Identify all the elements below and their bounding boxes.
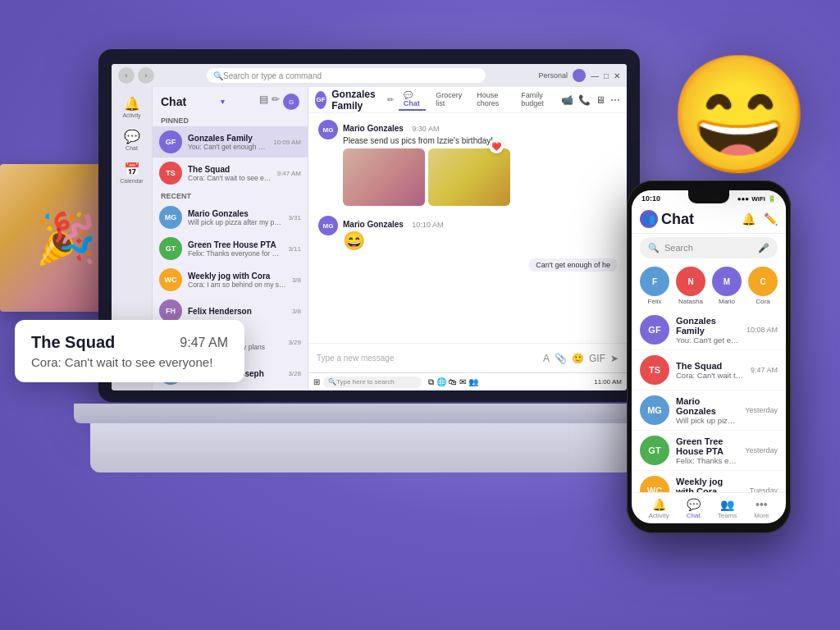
tab-budget[interactable]: Family budget <box>516 89 556 111</box>
chat-item-msg-gonzales: You: Can't get enough of her! <box>188 143 267 151</box>
chat-item-squad[interactable]: TS The Squad Cora: Can't wait to see eve… <box>153 158 308 189</box>
phone-nav-more[interactable]: ••• More <box>754 498 769 519</box>
phone-chat-msg-mario: Will pick up pizza after my practice. <box>676 416 738 425</box>
titlebar-search[interactable]: 🔍 Search or type a command <box>207 68 486 83</box>
video-call-icon[interactable]: 📹 <box>561 94 573 106</box>
notification-message: Cora: Can't wait to see everyone! <box>31 355 228 369</box>
quick-contact-mario[interactable]: M Mario <box>712 267 742 305</box>
taskbar-search[interactable]: 🔍 Type here to search <box>323 377 422 388</box>
quick-contact-cora[interactable]: C Cora <box>748 267 778 305</box>
sidebar-activity-label: Activity <box>122 112 140 118</box>
activity-icon: 🔔 <box>124 96 140 112</box>
more-options-icon[interactable]: ⋯ <box>610 94 620 106</box>
chat-item-msg-jog: Cora: I am so behind on my step goals. <box>188 281 286 289</box>
msg-time-1: 9:30 AM <box>412 125 439 133</box>
mail-icon[interactable]: ✉ <box>459 377 466 387</box>
phone-bell-icon[interactable]: 🔔 <box>742 212 756 226</box>
titlebar-fwd-btn[interactable]: › <box>138 67 154 84</box>
chat-main-avatar: GF <box>315 91 326 109</box>
phone-frame: 10:10 ●●● WiFi 🔋 👥 Chat <box>627 180 791 533</box>
phone-more-label: More <box>754 512 769 519</box>
phone-search[interactable]: 🔍 Search 🎤 <box>640 237 778 258</box>
phone-chat-item-mario[interactable]: MG Mario Gonzales Will pick up pizza aft… <box>632 390 786 431</box>
edge-icon[interactable]: 🌐 <box>436 377 446 387</box>
phone-nav-teams[interactable]: 👥 Teams <box>718 498 737 519</box>
chat-item-time-felix: 3/8 <box>292 308 301 315</box>
sidebar-item-calendar[interactable]: 📅 Calendar <box>119 159 145 185</box>
quick-contact-natasha[interactable]: N Natasha <box>676 267 705 305</box>
phone-status-right: ●●● WiFi 🔋 <box>737 195 776 203</box>
minimize-icon[interactable]: — <box>591 71 599 80</box>
calendar-icon: 📅 <box>124 162 140 177</box>
phone-chat-item-pta[interactable]: GT Green Tree House PTA Felix: Thanks ev… <box>632 431 786 471</box>
filter-icon[interactable]: ▤ <box>259 94 268 110</box>
send-icon[interactable]: ➤ <box>610 353 619 364</box>
quick-contact-mario-avatar: M <box>712 267 742 296</box>
phone-chat-msg-pta: Felix: Thanks everyone for attending... <box>676 456 738 465</box>
compose-icon[interactable]: ✏ <box>272 94 280 110</box>
phone-chat-avatar-gonzales: GF <box>640 315 669 345</box>
chat-item-jog[interactable]: WC Weekly jog with Cora Cora: I am so be… <box>153 264 308 295</box>
chat-item-name-squad: The Squad <box>188 165 272 174</box>
tab-chores[interactable]: House chores <box>472 89 511 111</box>
phone: 10:10 ●●● WiFi 🔋 👥 Chat <box>627 180 791 533</box>
emoji-picker-icon[interactable]: 🙂 <box>572 353 584 364</box>
edit-group-icon[interactable]: ✏ <box>387 95 394 104</box>
message-row-2: MG Mario Gonzales 10:10 AM 😄 <box>318 216 617 252</box>
wifi-icon: WiFi <box>751 195 765 203</box>
sidebar-item-activity[interactable]: 🔔 Activity <box>119 94 145 120</box>
taskbar-icons: ⧉ 🌐 🛍 ✉ 👥 <box>428 377 478 387</box>
audio-call-icon[interactable]: 📞 <box>578 94 591 106</box>
quick-contact-mario-name: Mario <box>719 298 735 305</box>
task-view-icon[interactable]: ⧉ <box>428 377 434 387</box>
tab-grocery[interactable]: Grocery list <box>431 89 467 111</box>
chat-item-pta[interactable]: GT Green Tree House PTA Felix: Thanks ev… <box>153 233 308 264</box>
emoji-balloon: 😄 <box>668 49 799 180</box>
phone-compose-icon[interactable]: ✏️ <box>764 212 778 226</box>
maximize-icon[interactable]: □ <box>604 71 609 80</box>
tab-chat[interactable]: 💬Chat <box>399 89 426 111</box>
sidebar-item-chat[interactable]: 💬 Chat <box>119 126 145 153</box>
phone-chat-info-gonzales: Gonzales Family You: Can't get enough of… <box>676 316 740 345</box>
chat-input-placeholder[interactable]: Type a new message <box>317 354 538 363</box>
screen-share-icon[interactable]: 🖥 <box>596 94 605 106</box>
phone-chat-avatar-squad: TS <box>640 355 669 385</box>
birthday-photo-1 <box>343 148 425 206</box>
msg-content-1: Mario Gonzales 9:30 AM Please send us pi… <box>343 120 617 209</box>
quick-contact-felix[interactable]: F Felix <box>640 267 669 305</box>
titlebar-back-btn[interactable]: ‹ <box>118 67 135 84</box>
chat-item-name-gonzales: Gonzales Family <box>188 134 267 143</box>
attach-icon[interactable]: 📎 <box>555 353 567 364</box>
close-icon[interactable]: ✕ <box>614 71 620 80</box>
phone-chat-item-squad[interactable]: TS The Squad Cora: Can't wait to see eve… <box>632 350 786 390</box>
phone-voice-search-icon[interactable]: 🎤 <box>758 243 769 253</box>
phone-chat-avatar-jog: WC <box>640 476 669 492</box>
phone-chat-info-jog: Weekly jog with Cora I'm so behind on my… <box>676 477 743 493</box>
laptop-keyboard <box>90 423 648 472</box>
phone-chat-item-gonzales[interactable]: GF Gonzales Family You: Can't get enough… <box>632 310 786 350</box>
phone-nav-activity[interactable]: 🔔 Activity <box>648 498 669 519</box>
phone-chat-name-gonzales: Gonzales Family <box>676 316 740 336</box>
gif-icon[interactable]: GIF <box>589 353 605 364</box>
phone-chat-time-squad: 9:47 AM <box>751 366 778 374</box>
signal-icon: ●●● <box>737 195 750 203</box>
phone-nav-chat[interactable]: 💬 Chat <box>687 498 701 519</box>
photo-grid <box>343 148 510 206</box>
teams-titlebar: ‹ › 🔍 Search or type a command Personal … <box>112 64 627 87</box>
phone-activity-label: Activity <box>648 512 669 519</box>
chat-item-info-mario: Mario Gonzales Will pick up pizza after … <box>188 209 282 226</box>
chat-item-name-mario: Mario Gonzales <box>188 209 282 218</box>
phone-chat-item-jog[interactable]: WC Weekly jog with Cora I'm so behind on… <box>632 471 786 492</box>
phone-chat-info-pta: Green Tree House PTA Felix: Thanks every… <box>676 436 738 465</box>
chat-item-gonzales-family[interactable]: GF Gonzales Family You: Can't get enough… <box>153 126 308 158</box>
store-icon[interactable]: 🛍 <box>449 377 457 387</box>
phone-chat-info-squad: The Squad Cora: Can't wait to see everyo… <box>676 361 744 380</box>
chat-item-msg-mario: Will pick up pizza after my practice. <box>188 218 282 226</box>
chat-item-mario[interactable]: MG Mario Gonzales Will pick up pizza aft… <box>153 202 308 233</box>
user-avatar-small: G <box>283 94 299 110</box>
message-row-1: MG Mario Gonzales 9:30 AM Please send us… <box>318 120 617 209</box>
format-icon[interactable]: A <box>543 353 550 364</box>
chat-item-info-gonzales: Gonzales Family You: Can't get enough of… <box>188 134 267 151</box>
windows-start-icon[interactable]: ⊞ <box>313 377 320 386</box>
teams-taskbar-icon[interactable]: 👥 <box>468 377 478 387</box>
